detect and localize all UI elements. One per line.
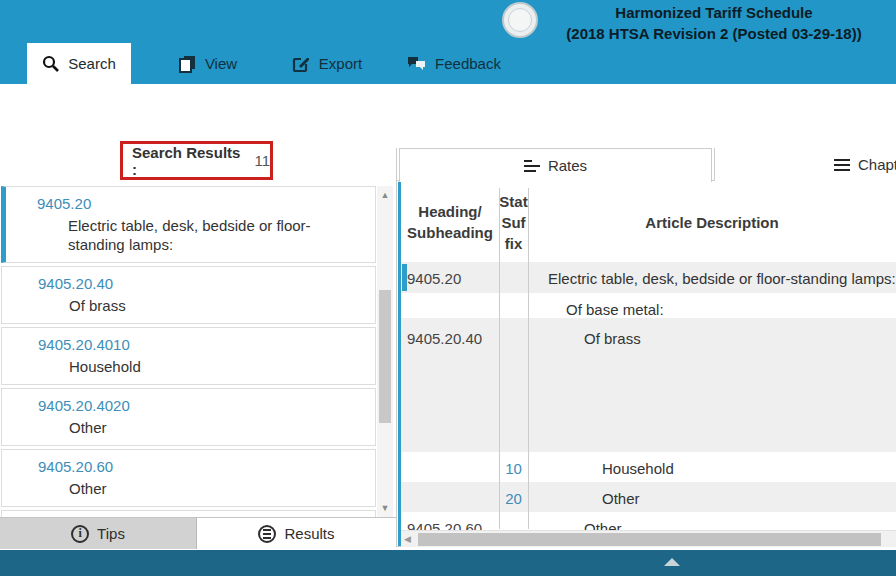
rates-table: Heading/ Subheading Stat Suf fix Article… bbox=[401, 182, 896, 547]
cell-article-description: Of base metal: bbox=[528, 301, 896, 318]
app-header: Harmonized Tariff Schedule (2018 HTSA Re… bbox=[0, 0, 896, 84]
cell-heading: 9405.20.40 bbox=[407, 330, 482, 347]
page-title: Harmonized Tariff Schedule (2018 HTSA Re… bbox=[534, 2, 894, 44]
tab-feedback[interactable]: Feedback bbox=[398, 43, 510, 84]
result-code-link: 9405.20.4020 bbox=[38, 396, 367, 415]
scroll-to-top-icon[interactable] bbox=[664, 558, 680, 566]
column-divider bbox=[499, 188, 500, 529]
search-results-label: Search Results : bbox=[132, 144, 249, 178]
tab-label: Tips bbox=[97, 525, 125, 542]
tab-label: Feedback bbox=[435, 55, 501, 72]
scrollbar-thumb[interactable] bbox=[418, 533, 881, 546]
tab-rates[interactable]: Rates bbox=[399, 148, 712, 182]
column-divider bbox=[528, 188, 529, 529]
info-icon: i bbox=[71, 525, 89, 543]
menu-lines-icon bbox=[834, 159, 850, 171]
result-description: Other bbox=[69, 418, 367, 437]
search-result-item[interactable]: 9405.20.60 Other bbox=[1, 449, 376, 507]
cell-heading: 9405.20 bbox=[407, 270, 461, 287]
list-circle-icon bbox=[258, 525, 276, 543]
tab-tips[interactable]: i Tips bbox=[0, 517, 197, 549]
cell-stat-suffix-link[interactable]: 10 bbox=[499, 460, 528, 477]
title-line2: (2018 HTSA Revision 2 (Posted 03-29-18)) bbox=[534, 23, 894, 44]
table-row: Of base metal: bbox=[401, 293, 896, 318]
results-scrollbar[interactable]: ▲ ▼ bbox=[377, 186, 393, 517]
search-results-count: 11 bbox=[254, 152, 270, 169]
main-tab-bar: Search View Export Feedback bbox=[0, 43, 896, 84]
cell-article-description: Of brass bbox=[528, 330, 896, 347]
cell-article-description: Electric table, desk, bedside or floor-s… bbox=[528, 270, 896, 287]
search-icon bbox=[42, 55, 59, 72]
tab-label: Search bbox=[68, 55, 116, 72]
cell-stat-suffix-link[interactable]: 20 bbox=[499, 490, 528, 507]
result-code-link: 9405.20.60 bbox=[38, 457, 367, 476]
agency-seal-icon bbox=[502, 2, 538, 38]
export-edit-icon bbox=[292, 55, 310, 73]
search-results-list: 9405.20 Electric table, desk, bedside or… bbox=[1, 186, 376, 517]
view-pages-icon bbox=[179, 55, 196, 73]
result-description: Electric table, desk, bedside or floor-s… bbox=[68, 216, 367, 254]
detail-panel: Rates Chapt Heading/ Subheading Stat Suf… bbox=[396, 148, 896, 547]
tab-label: Results bbox=[284, 525, 334, 542]
result-code-link: 9405.20.4010 bbox=[38, 335, 367, 354]
table-body: 9405.20 Electric table, desk, bedside or… bbox=[401, 262, 896, 547]
table-row: 20 Other bbox=[401, 482, 896, 512]
tab-view[interactable]: View bbox=[166, 43, 250, 84]
tab-results[interactable]: Results bbox=[197, 517, 396, 549]
tab-search[interactable]: Search bbox=[27, 43, 131, 84]
table-row: 10 Household bbox=[401, 452, 896, 482]
detail-tab-bar: Rates Chapt bbox=[397, 148, 896, 181]
search-result-item[interactable]: 9405.20.4020 Other bbox=[1, 388, 376, 446]
tab-label: Export bbox=[319, 55, 362, 72]
table-row: 9405.20 Electric table, desk, bedside or… bbox=[401, 262, 896, 293]
tab-export[interactable]: Export bbox=[282, 43, 372, 84]
rates-lines-icon bbox=[524, 160, 540, 172]
table-header: Heading/ Subheading Stat Suf fix Article… bbox=[401, 182, 896, 262]
cell-article-description: Household bbox=[528, 460, 896, 477]
tab-label: View bbox=[205, 55, 237, 72]
search-result-item[interactable]: 9405.20.6010 Household bbox=[1, 510, 376, 517]
feedback-bubbles-icon bbox=[407, 55, 426, 72]
scroll-left-icon[interactable]: ◀ bbox=[404, 532, 411, 547]
column-header-article-description: Article Description bbox=[528, 212, 896, 233]
scroll-up-icon[interactable]: ▲ bbox=[377, 188, 393, 202]
title-line1: Harmonized Tariff Schedule bbox=[534, 2, 894, 23]
left-bottom-tab-bar: i Tips Results bbox=[0, 517, 396, 549]
tab-chapters[interactable]: Chapt bbox=[714, 148, 896, 181]
search-result-item[interactable]: 9405.20 Electric table, desk, bedside or… bbox=[1, 186, 376, 263]
table-row: 9405.20.40 Of brass bbox=[401, 318, 896, 452]
footer-bar bbox=[0, 550, 896, 576]
scrollbar-thumb[interactable] bbox=[379, 290, 391, 423]
annotation-box: Search Results : 11 bbox=[120, 141, 273, 180]
search-result-item[interactable]: 9405.20.4010 Household bbox=[1, 327, 376, 385]
result-code-link: 9405.20 bbox=[37, 194, 367, 213]
tab-label: Chapt bbox=[858, 156, 896, 173]
result-description: Of brass bbox=[69, 296, 367, 315]
cell-article-description: Other bbox=[528, 490, 896, 507]
column-header-stat-suffix: Stat Suf fix bbox=[499, 191, 528, 254]
search-result-item[interactable]: 9405.20.40 Of brass bbox=[1, 266, 376, 324]
scroll-down-icon[interactable]: ▼ bbox=[377, 501, 393, 515]
tab-label: Rates bbox=[548, 157, 587, 174]
result-code-link: 9405.20.40 bbox=[38, 274, 367, 293]
column-header-heading: Heading/ Subheading bbox=[401, 201, 499, 243]
result-description: Other bbox=[69, 479, 367, 498]
result-description: Household bbox=[69, 357, 367, 376]
table-horizontal-scrollbar[interactable]: ◀ bbox=[401, 530, 896, 547]
